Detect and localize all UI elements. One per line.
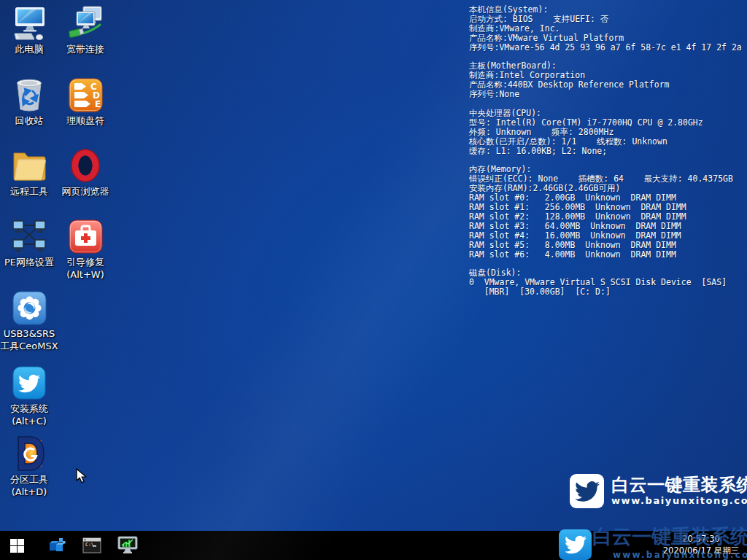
desktop-icon-pe-network-settings[interactable]: PE网络设置 [1, 219, 58, 268]
icon-label-line2: (Alt+C) [12, 415, 47, 427]
task-manager-icon [117, 536, 138, 555]
icon-label: 理顺盘符 [66, 114, 104, 127]
icon-label: 引导修复 [66, 256, 104, 268]
drive-letter-tool-icon: C D E [68, 77, 103, 112]
brand-watermark: 白云一键重装系统 www.baiyunxitong.com [570, 474, 747, 508]
brand-bird-logo [570, 474, 604, 508]
task-manager-button[interactable] [111, 531, 144, 560]
desktop-icon-web-browser[interactable]: 网页浏览器 [57, 148, 114, 198]
icon-label-line2: (Alt+D) [12, 486, 47, 498]
folder-icon [12, 148, 47, 183]
desktop-icon-remote-tools[interactable]: 远程工具 [1, 148, 58, 198]
icon-label-line2: (Alt+W) [66, 268, 104, 281]
desktop-icon-recycle-bin[interactable]: 回收站 [1, 77, 58, 127]
registry-cubes-icon [47, 536, 66, 555]
start-button[interactable] [0, 531, 34, 560]
icon-label: 分区工具 [10, 473, 48, 486]
cmd-icon: C:\ [82, 537, 101, 554]
icon-label: 此电脑 [15, 43, 44, 55]
command-prompt-button[interactable]: C:\ [75, 531, 109, 560]
desktop-icon-this-pc[interactable]: 此电脑 [1, 6, 58, 55]
desktop-icon-install-system[interactable]: 安装系统 (Alt+C) [1, 365, 58, 427]
desktop-icon-broadband[interactable]: 宽带连接 [57, 6, 114, 55]
icon-label: 安装系统 [10, 402, 48, 415]
opera-browser-icon [68, 148, 103, 183]
watermark-url: www.baiyunxitong.com [611, 495, 747, 507]
taskbar-clock[interactable]: 20:57:30 2020/06/17 星期三 [659, 533, 743, 556]
drive-letter-e: E [95, 99, 101, 109]
desktop-icon-usb3-srs-tool[interactable]: USB3&SRS 工具CeoMSX [1, 290, 58, 352]
icon-label: 远程工具 [10, 185, 48, 198]
install-system-bird-icon [12, 365, 47, 400]
icon-label: PE网络设置 [4, 256, 54, 268]
diskgenius-icon [12, 436, 47, 471]
baiyun-app-button[interactable] [559, 529, 592, 560]
icon-label: USB3&SRS [4, 327, 55, 340]
boot-repair-icon [68, 219, 103, 254]
clock-time: 20:57:30 [659, 533, 743, 545]
clock-date: 2020/06/17 星期三 [659, 545, 743, 556]
desktop-icon-boot-repair[interactable]: 引导修复 (Alt+W) [57, 219, 114, 281]
network-settings-icon [12, 219, 47, 254]
watermark-title: 白云一键重装系统 [611, 475, 747, 495]
icon-label-line2: 工具CeoMSX [0, 340, 58, 352]
recycle-bin-icon [12, 77, 47, 112]
icon-label: 网页浏览器 [62, 185, 109, 198]
desktop-icon-partition-tool[interactable]: 分区工具 (Alt+D) [1, 436, 58, 498]
usb3-srs-tool-icon [12, 290, 47, 325]
icon-label: 回收站 [15, 114, 44, 127]
taskbar: C:\ [0, 531, 747, 560]
broadband-icon [68, 6, 103, 41]
registry-tool-button[interactable] [40, 531, 74, 560]
mouse-cursor [75, 468, 90, 487]
system-info-text: 本机信息(System):启动方式: BIOS 支持UEFI: 否制造商:VMw… [469, 5, 747, 297]
desktop-icon-drive-letter-tool[interactable]: C D E 理顺盘符 [57, 77, 114, 127]
this-pc-icon [12, 6, 47, 41]
desktop: 此电脑 宽带连接 [0, 0, 747, 560]
icon-label: 宽带连接 [66, 43, 104, 55]
svg-text:C:\: C:\ [85, 542, 94, 548]
